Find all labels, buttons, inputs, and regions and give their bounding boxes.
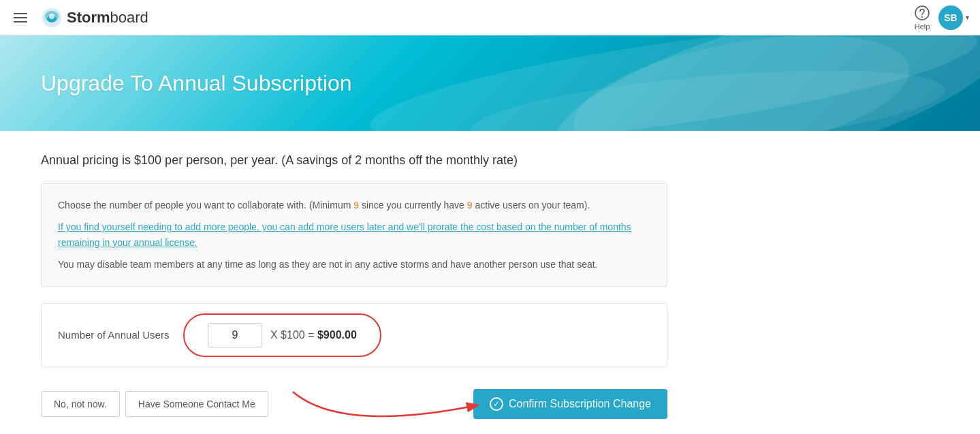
oval-highlight: X $100 = $900.00 — [194, 317, 370, 353]
users-input-group: X $100 = $900.00 — [194, 317, 370, 353]
confirm-button-label: Confirm Subscription Change — [509, 398, 651, 410]
total-amount: $900.00 — [317, 329, 357, 341]
left-buttons: No, not now. Have Someone Contact Me — [41, 391, 268, 417]
users-label: Number of Annual Users — [58, 329, 180, 341]
add-users-link[interactable]: If you find yourself needing to add more… — [58, 221, 631, 247]
info-box: Choose the number of people you want to … — [41, 183, 667, 287]
hero-banner: Upgrade To Annual Subscription — [0, 35, 980, 131]
header-left: Stormboard — [11, 7, 148, 29]
current-users-highlight: 9 — [467, 200, 473, 211]
logo: Stormboard — [41, 7, 148, 29]
check-circle-icon: ✓ — [490, 397, 503, 411]
help-icon — [914, 5, 930, 21]
logo-icon — [41, 7, 63, 29]
help-button[interactable]: Help — [914, 5, 930, 31]
info-line-2: If you find yourself needing to add more… — [58, 219, 650, 250]
main-content: Annual pricing is $100 per person, per y… — [0, 131, 817, 434]
info-line-3: You may disable team members at any time… — [58, 257, 650, 272]
page-title: Upgrade To Annual Subscription — [41, 71, 352, 96]
formula-text: X $100 = $900.00 — [270, 329, 357, 341]
confirm-subscription-button[interactable]: ✓ Confirm Subscription Change — [473, 389, 667, 419]
bottom-buttons: No, not now. Have Someone Contact Me ✓ C… — [41, 389, 667, 419]
logo-text: Stormboard — [67, 9, 148, 27]
users-count-input[interactable] — [208, 323, 262, 347]
min-users-highlight: 9 — [353, 200, 359, 211]
pricing-description: Annual pricing is $100 per person, per y… — [41, 151, 586, 170]
info-line-1: Choose the number of people you want to … — [58, 198, 650, 213]
chevron-down-icon: ▾ — [966, 14, 969, 21]
user-avatar: SB — [938, 5, 963, 30]
svg-point-3 — [49, 14, 54, 19]
header-right: Help SB ▾ — [914, 5, 969, 31]
contact-me-button[interactable]: Have Someone Contact Me — [125, 391, 268, 417]
header: Stormboard Help SB ▾ — [0, 0, 980, 35]
users-box: Number of Annual Users X $100 = $900.00 — [41, 303, 667, 367]
no-not-now-button[interactable]: No, not now. — [41, 391, 120, 417]
svg-point-5 — [921, 16, 923, 18]
user-menu[interactable]: SB ▾ — [938, 5, 969, 30]
help-label: Help — [915, 22, 930, 31]
hamburger-menu[interactable] — [11, 10, 30, 25]
